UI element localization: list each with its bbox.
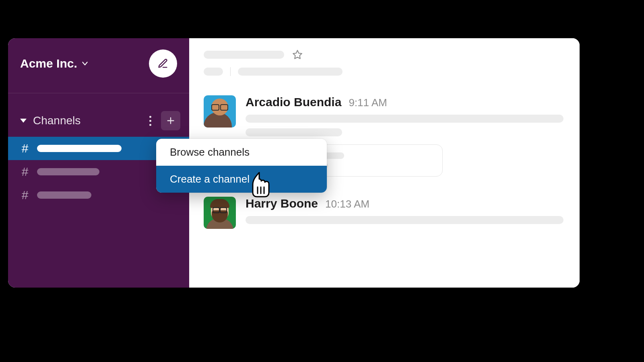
message-body: Harry Boone 10:13 AM [246,197,565,229]
caret-down-icon [20,119,27,123]
star-icon[interactable] [292,49,303,60]
channels-section-header: Channels [8,109,189,132]
channel-title-placeholder [204,51,284,59]
channel-name-placeholder [37,191,91,199]
channel-subheader [204,67,565,76]
workspace-switcher[interactable]: Acme Inc. [20,57,89,70]
compose-icon [157,58,169,69]
message-author[interactable]: Harry Boone [246,197,318,210]
channels-more-button[interactable] [144,113,157,129]
channel-header [204,49,565,60]
avatar[interactable] [204,197,236,229]
channels-section-title: Channels [33,114,80,127]
message: Harry Boone 10:13 AM [204,197,565,229]
message-header: Harry Boone 10:13 AM [246,197,565,210]
avatar[interactable] [204,95,236,128]
hash-icon: # [20,188,30,202]
add-channel-button[interactable] [161,111,180,130]
divider [230,67,231,76]
workspace-name: Acme Inc. [20,57,77,70]
section-actions [144,111,180,130]
menu-item-label: Create a channel [170,173,250,185]
message-line-placeholder [246,216,564,224]
sidebar-header: Acme Inc. [8,38,189,89]
message-line-placeholder [246,128,342,136]
message-line-placeholder [246,115,564,123]
divider [8,93,189,93]
chevron-down-icon [81,60,89,67]
menu-item-create-channel[interactable]: Create a channel [156,166,327,193]
message-time: 10:13 AM [325,198,369,210]
subheader-placeholder [204,68,223,76]
message-time: 9:11 AM [349,97,387,109]
menu-item-browse-channels[interactable]: Browse channels [156,139,327,166]
plus-icon [166,116,175,125]
message-header: Arcadio Buendia 9:11 AM [246,95,565,109]
menu-item-label: Browse channels [170,146,250,158]
hash-icon: # [20,165,30,179]
channels-section-toggle[interactable]: Channels [20,114,144,127]
add-channel-menu: Browse channels Create a channel [156,139,327,193]
app-window: Acme Inc. Channels [8,38,580,288]
channel-name-placeholder [37,145,122,152]
message-author[interactable]: Arcadio Buendia [246,95,341,109]
subheader-placeholder [238,68,343,76]
hash-icon: # [20,142,30,155]
svg-marker-0 [293,50,302,59]
channel-name-placeholder [37,168,99,175]
compose-button[interactable] [149,49,177,78]
